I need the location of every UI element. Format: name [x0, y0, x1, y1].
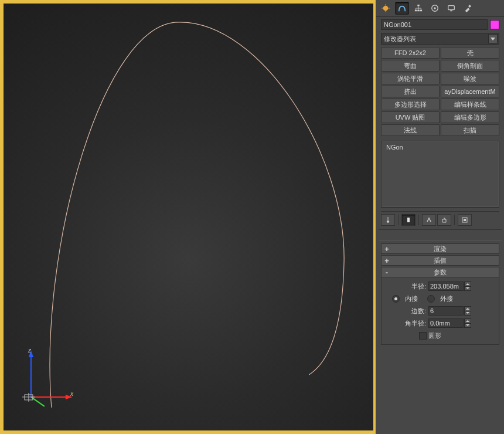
tab-utilities[interactable] — [461, 2, 475, 15]
radius-input[interactable] — [428, 282, 464, 291]
circular-label: 圆形 — [428, 331, 441, 340]
svg-point-18 — [434, 7, 436, 9]
sides-label: 边数: — [385, 307, 428, 316]
svg-point-8 — [383, 6, 389, 11]
object-color-swatch[interactable] — [490, 20, 499, 29]
rollout-title: 插值 — [382, 256, 499, 265]
pin-stack-button[interactable] — [381, 214, 395, 226]
svg-rect-20 — [450, 11, 452, 12]
svg-rect-13 — [417, 5, 420, 6]
modifier-button[interactable]: 编辑样条线 — [441, 99, 499, 110]
rollout-body-parameters: 半径: 内接 — [381, 277, 499, 345]
toolbar-divider — [418, 215, 419, 225]
stack-item[interactable]: NGon — [383, 143, 498, 152]
modifier-button[interactable]: 编辑多边形 — [441, 111, 499, 123]
collapse-icon: - — [384, 268, 390, 277]
tab-motion[interactable] — [428, 2, 442, 15]
spline-curve — [50, 22, 344, 408]
configure-sets-button[interactable] — [458, 214, 472, 226]
rollouts-area: + 渲染 + 插值 - 参数 半径: — [376, 241, 504, 434]
spin-down-button[interactable] — [464, 311, 471, 316]
rollout-header-parameters[interactable]: - 参数 — [381, 267, 499, 277]
command-panel: 修改器列表 FFD 2x2x2 壳 弯曲 倒角剖面 涡轮平滑 噪波 挤出 ayD… — [376, 0, 504, 434]
spin-down-button[interactable] — [464, 286, 471, 291]
modifier-button[interactable]: 弯曲 — [381, 60, 440, 72]
modifier-button[interactable]: 噪波 — [441, 73, 499, 84]
svg-rect-15 — [417, 10, 420, 12]
svg-rect-16 — [420, 10, 423, 12]
radius-spinner — [428, 282, 471, 291]
modifier-button[interactable]: 壳 — [441, 47, 499, 59]
modifier-list-label: 修改器列表 — [384, 35, 416, 43]
modifier-list-dropdown[interactable]: 修改器列表 — [381, 33, 499, 45]
param-row-inscribe: 内接 外接 — [385, 293, 495, 304]
show-end-result-button[interactable] — [401, 214, 416, 226]
rollout-parameters: - 参数 半径: — [381, 267, 499, 345]
param-row-circular: 圆形 — [385, 330, 495, 341]
modifier-button[interactable]: 多边形选择 — [381, 99, 440, 110]
rollout-header-interpolation[interactable]: + 插值 — [381, 255, 499, 266]
param-row-corner-radius: 角半径: — [385, 317, 495, 329]
spin-up-button[interactable] — [464, 282, 471, 286]
rollout-header-render[interactable]: + 渲染 — [381, 243, 499, 254]
toolbar-divider — [454, 215, 455, 225]
corner-radius-label: 角半径: — [385, 319, 428, 328]
app-root: z x 修改器列表 FFD 2x2x2 壳 弯曲 倒角剖面 涡轮平滑 噪波 — [0, 0, 504, 434]
command-panel-tabs — [376, 0, 504, 17]
corner-radius-input[interactable] — [428, 318, 464, 328]
dropdown-arrow-icon — [488, 34, 498, 43]
svg-rect-19 — [448, 6, 455, 10]
radius-spin-buttons — [464, 282, 471, 291]
rollout-title: 渲染 — [382, 245, 499, 253]
expand-icon: + — [384, 256, 390, 265]
tab-hierarchy[interactable] — [411, 2, 425, 15]
circumscribed-radio[interactable] — [427, 295, 435, 303]
axis-label-x: x — [70, 391, 73, 397]
inscribe-radio-group: 内接 外接 — [385, 294, 459, 303]
modifier-button[interactable]: 涡轮平滑 — [381, 73, 440, 84]
tab-modify[interactable] — [395, 2, 409, 15]
circular-checkbox[interactable] — [419, 332, 427, 340]
toolbar-divider — [398, 215, 399, 225]
axis-label-z: z — [28, 347, 31, 354]
modifier-button[interactable]: FFD 2x2x2 — [381, 47, 440, 59]
tab-create[interactable] — [379, 2, 393, 15]
remove-modifier-button[interactable] — [437, 214, 451, 226]
sides-spin-buttons — [464, 306, 471, 316]
spin-down-button[interactable] — [464, 323, 471, 328]
object-name-input[interactable] — [381, 19, 488, 30]
modifier-stack[interactable]: NGon — [381, 141, 499, 208]
modifier-button[interactable]: 扫描 — [441, 124, 499, 136]
modifier-button[interactable]: 法线 — [381, 124, 440, 136]
modifier-button[interactable]: UVW 贴图 — [381, 111, 440, 123]
param-row-sides: 边数: — [385, 305, 495, 317]
inscribed-radio[interactable] — [392, 295, 400, 303]
modifier-button[interactable]: ayDisplacementM — [441, 86, 499, 97]
svg-rect-24 — [464, 219, 466, 221]
circumscribed-label: 外接 — [440, 294, 453, 303]
corner-radius-spin-buttons — [464, 318, 471, 328]
spin-up-button[interactable] — [464, 306, 471, 311]
svg-rect-22 — [407, 218, 410, 222]
stack-toolbar — [381, 211, 499, 226]
rollout-title: 参数 — [382, 268, 499, 277]
modifier-button[interactable]: 挤出 — [381, 86, 440, 97]
corner-radius-spinner — [428, 318, 471, 328]
param-row-radius: 半径: — [385, 280, 495, 292]
axis-gizmo — [22, 350, 73, 406]
modifier-button[interactable]: 倒角剖面 — [441, 60, 499, 72]
make-unique-button[interactable] — [422, 214, 436, 226]
object-name-bar — [376, 17, 504, 32]
panel-separator — [379, 229, 502, 241]
tab-display[interactable] — [444, 2, 458, 15]
inscribed-label: 内接 — [405, 294, 418, 303]
sides-input[interactable] — [428, 306, 464, 316]
spin-up-button[interactable] — [464, 318, 471, 323]
rollout-render: + 渲染 — [381, 243, 499, 254]
perspective-viewport[interactable]: z x — [0, 0, 376, 434]
expand-icon: + — [384, 245, 390, 253]
rollout-interpolation: + 插值 — [381, 255, 499, 266]
svg-rect-14 — [415, 10, 417, 12]
radius-label: 半径: — [385, 282, 428, 291]
modifier-buttons-grid: FFD 2x2x2 壳 弯曲 倒角剖面 涡轮平滑 噪波 挤出 ayDisplac… — [376, 47, 504, 138]
